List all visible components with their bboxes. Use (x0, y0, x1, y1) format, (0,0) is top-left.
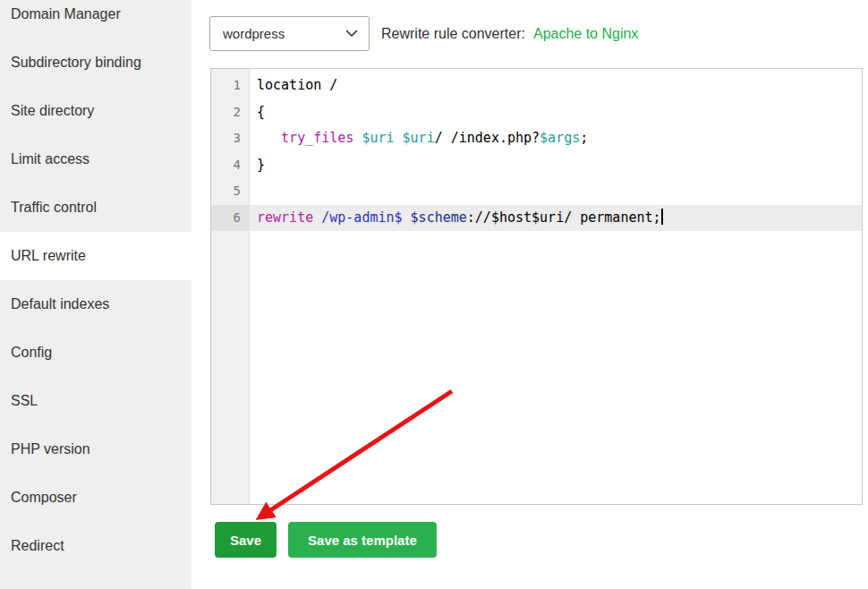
code-token: /wp-admin$ (321, 209, 402, 226)
line-number: 4 (211, 152, 250, 179)
code-token: ://$host$uri/ permanent; (467, 209, 661, 226)
sidebar-item-redirect[interactable]: Redirect (0, 522, 191, 570)
line-number: 3 (211, 125, 250, 152)
code-line[interactable]: 3 try_files $uri $uri/ /index.php?$args; (211, 125, 862, 152)
text-cursor (661, 209, 663, 225)
rewrite-converter-label: Rewrite rule converter: (381, 26, 525, 42)
code-token (403, 209, 411, 226)
code-token: location / (257, 77, 337, 93)
code-token (395, 130, 403, 146)
line-number: 6 (211, 205, 250, 232)
code-token: $uri (403, 130, 435, 146)
save-button[interactable]: Save (215, 522, 277, 558)
toolbar: wordpress Rewrite rule converter: Apache… (209, 16, 638, 51)
sidebar-item-default-indexes[interactable]: Default indexes (0, 280, 191, 329)
template-select-value: wordpress (223, 26, 285, 41)
code-text: try_files $uri $uri/ /index.php?$args; (250, 125, 862, 152)
action-buttons: Save Save as template (215, 522, 437, 558)
code-text: rewrite /wp-admin$ $scheme://$host$uri/ … (250, 205, 862, 232)
sidebar-item-traffic-control[interactable]: Traffic control (0, 184, 191, 232)
line-number: 5 (211, 178, 250, 205)
code-line[interactable]: 1location / (211, 73, 862, 99)
code-line[interactable]: 6rewrite /wp-admin$ $scheme://$host$uri/… (211, 205, 862, 232)
code-line[interactable]: 2{ (211, 99, 862, 126)
sidebar-item-php-version[interactable]: PHP version (0, 425, 191, 474)
code-token: ; (580, 130, 588, 146)
code-line[interactable]: 4} (211, 152, 862, 179)
rewrite-editor[interactable]: 1location /2{3 try_files $uri $uri/ /ind… (210, 68, 863, 505)
code-token: $uri (362, 130, 394, 146)
code-token (257, 130, 281, 146)
sidebar: Domain ManagerSubdirectory bindingSite d… (0, 0, 191, 589)
code-token (313, 209, 321, 226)
code-text: location / (250, 73, 862, 99)
sidebar-item-domain-manager[interactable]: Domain Manager (0, 0, 191, 38)
code-text (250, 178, 862, 205)
line-number: 2 (211, 99, 250, 126)
code-token: { (257, 104, 265, 120)
save-as-template-button[interactable]: Save as template (288, 522, 437, 558)
editor-lines: 1location /2{3 try_files $uri $uri/ /ind… (211, 73, 862, 231)
template-select[interactable]: wordpress (209, 16, 370, 51)
code-text: } (250, 152, 862, 179)
sidebar-item-url-rewrite[interactable]: URL rewrite (0, 232, 191, 280)
apache-to-nginx-link[interactable]: Apache to Nginx (533, 26, 638, 42)
sidebar-item-ssl[interactable]: SSL (0, 377, 191, 425)
code-text: { (250, 99, 862, 126)
sidebar-list: Domain ManagerSubdirectory bindingSite d… (0, 0, 191, 570)
code-token: $scheme (411, 209, 467, 226)
code-token: / /index.php? (435, 130, 540, 146)
sidebar-item-site-directory[interactable]: Site directory (0, 87, 191, 135)
code-line[interactable]: 5 (211, 178, 862, 205)
code-token: } (257, 157, 265, 173)
sidebar-item-subdirectory-binding[interactable]: Subdirectory binding (0, 38, 191, 87)
chevron-down-icon (345, 30, 358, 38)
code-token: rewrite (257, 209, 313, 226)
code-token: try_files (281, 130, 353, 146)
code-token: $args (540, 130, 580, 146)
line-number: 1 (211, 73, 250, 99)
sidebar-item-config[interactable]: Config (0, 329, 191, 377)
sidebar-item-limit-access[interactable]: Limit access (0, 135, 191, 184)
sidebar-item-composer[interactable]: Composer (0, 474, 191, 522)
